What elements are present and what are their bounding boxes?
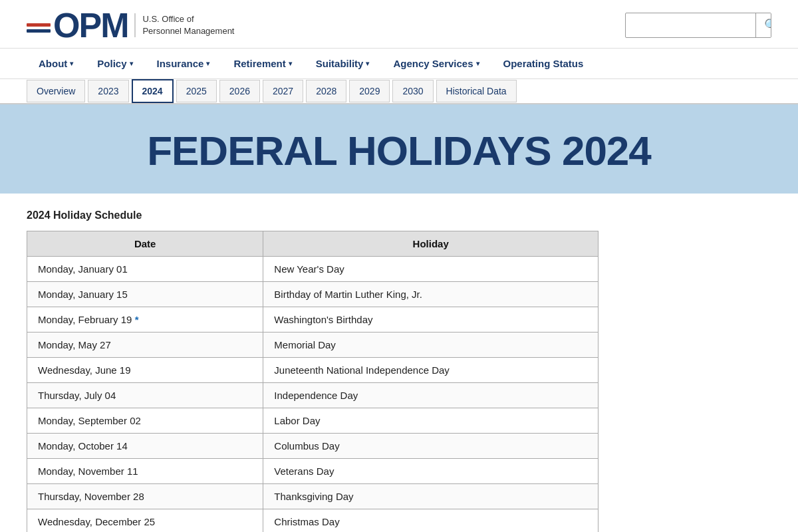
chevron-down-icon: ▾ [366,60,369,67]
hero-banner: FEDERAL HOLIDAYS 2024 [0,104,798,194]
logo-area: OPM U.S. Office of Personnel Management [27,8,234,43]
table-cell-date: Monday, February 19 * [27,307,263,332]
tab-2023[interactable]: 2023 [88,80,128,102]
table-row: Monday, May 27Memorial Day [27,332,598,358]
col-header-date: Date [27,231,263,257]
table-cell-date: Wednesday, June 19 [27,358,263,383]
table-cell-date: Monday, October 14 [27,434,263,459]
table-cell-holiday: Christmas Day [263,509,598,532]
hero-title: FEDERAL HOLIDAYS 2024 [27,128,771,174]
main-content: 2024 Holiday Schedule Date Holiday Monda… [0,194,732,532]
table-cell-date: Monday, November 11 [27,459,263,484]
nav-item-insurance[interactable]: Insurance ▾ [145,49,222,78]
table-cell-holiday: New Year's Day [263,257,598,282]
holiday-table: Date Holiday Monday, January 01New Year'… [27,231,598,532]
table-cell-holiday: Memorial Day [263,332,598,358]
tab-2025[interactable]: 2025 [176,80,217,102]
chevron-down-icon: ▾ [130,60,133,67]
tab-historical-data[interactable]: Historical Data [436,80,517,102]
table-row: Thursday, November 28Thanksgiving Day [27,484,598,509]
table-row: Wednesday, December 25Christmas Day [27,509,598,532]
table-cell-holiday: Juneteenth National Independence Day [263,358,598,383]
chevron-down-icon: ▾ [70,60,73,67]
search-input[interactable] [626,15,755,35]
table-cell-date: Monday, May 27 [27,332,263,358]
tab-2026[interactable]: 2026 [219,80,260,102]
search-button[interactable]: 🔍 [755,13,771,37]
table-cell-holiday: Birthday of Martin Luther King, Jr. [263,282,598,307]
table-row: Monday, January 01New Year's Day [27,257,598,282]
opm-logo[interactable]: OPM U.S. Office of Personnel Management [27,8,234,43]
table-row: Wednesday, June 19Juneteenth National In… [27,358,598,383]
nav-item-operating-status[interactable]: Operating Status [491,49,596,78]
table-row: Monday, September 02Labor Day [27,408,598,434]
nav-item-agency-services[interactable]: Agency Services ▾ [381,49,491,78]
table-cell-date: Thursday, July 04 [27,383,263,408]
nav-item-policy[interactable]: Policy ▾ [85,49,144,78]
table-cell-date: Thursday, November 28 [27,484,263,509]
nav-item-retirement[interactable]: Retirement ▾ [221,49,303,78]
tab-2029[interactable]: 2029 [349,80,390,102]
main-nav: About ▾ Policy ▾ Insurance ▾ Retirement … [0,49,798,79]
table-cell-holiday: Independence Day [263,383,598,408]
tab-2024[interactable]: 2024 [132,79,174,103]
chevron-down-icon: ▾ [289,60,292,67]
asterisk-mark: * [132,314,138,325]
table-cell-holiday: Thanksgiving Day [263,484,598,509]
tab-2028[interactable]: 2028 [306,80,346,102]
tab-2027[interactable]: 2027 [263,80,303,102]
table-row: Monday, February 19 *Washington's Birthd… [27,307,598,332]
chevron-down-icon: ▾ [476,60,479,67]
table-cell-holiday: Labor Day [263,408,598,434]
table-cell-date: Wednesday, December 25 [27,509,263,532]
nav-item-suitability[interactable]: Suitability ▾ [304,49,382,78]
table-cell-date: Monday, January 15 [27,282,263,307]
search-area: 🔍 [625,13,771,38]
table-cell-date: Monday, January 01 [27,257,263,282]
table-cell-date: Monday, September 02 [27,408,263,434]
table-cell-holiday: Veterans Day [263,459,598,484]
nav-item-about[interactable]: About ▾ [27,49,85,78]
col-header-holiday: Holiday [263,231,598,257]
table-row: Monday, January 15Birthday of Martin Lut… [27,282,598,307]
sub-nav: Overview 2023 2024 2025 2026 2027 2028 2… [0,79,798,104]
table-cell-holiday: Columbus Day [263,434,598,459]
table-row: Monday, November 11Veterans Day [27,459,598,484]
tab-overview[interactable]: Overview [27,80,85,102]
opm-tagline: U.S. Office of Personnel Management [134,13,234,37]
schedule-title: 2024 Holiday Schedule [27,209,705,221]
chevron-down-icon: ▾ [206,60,209,67]
tab-2030[interactable]: 2030 [392,80,433,102]
table-cell-holiday: Washington's Birthday [263,307,598,332]
site-header: OPM U.S. Office of Personnel Management … [0,0,798,49]
table-row: Thursday, July 04Independence Day [27,383,598,408]
opm-text: OPM [53,8,128,43]
table-row: Monday, October 14Columbus Day [27,434,598,459]
